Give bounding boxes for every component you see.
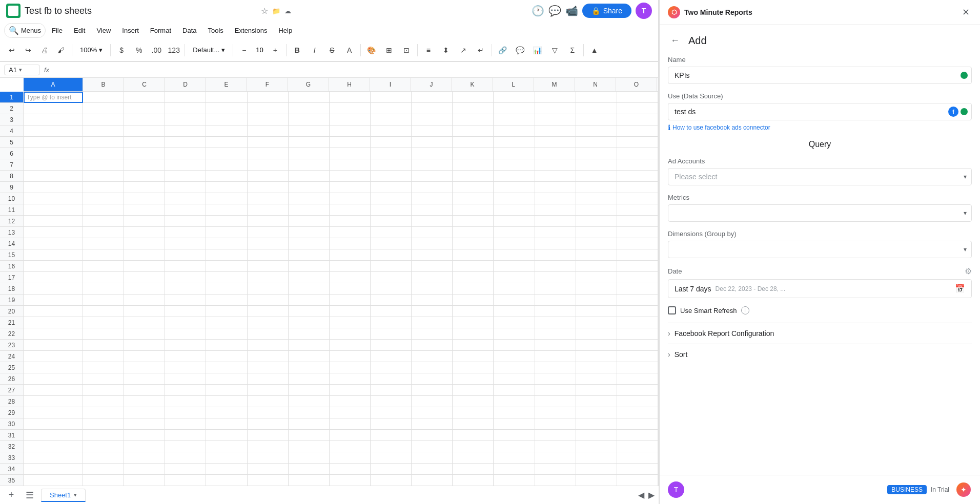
chart-button[interactable]: 📊 — [530, 43, 545, 58]
cell-B28[interactable] — [83, 396, 124, 407]
cell-J35[interactable] — [412, 475, 453, 486]
cell-H19[interactable] — [330, 295, 371, 306]
cell-O6[interactable] — [617, 148, 658, 159]
cell-N6[interactable] — [576, 148, 617, 159]
cell-J33[interactable] — [412, 452, 453, 464]
row-header-35[interactable]: 35 — [0, 475, 23, 486]
cell-L23[interactable] — [494, 340, 535, 351]
cell-H35[interactable] — [330, 475, 371, 486]
cell-C21[interactable] — [124, 317, 165, 328]
cell-D11[interactable] — [165, 204, 206, 216]
cell-E26[interactable] — [206, 373, 247, 385]
cell-L9[interactable] — [494, 182, 535, 193]
cell-L18[interactable] — [494, 283, 535, 295]
scroll-left-button[interactable]: ◀ — [638, 490, 644, 500]
cell-J15[interactable] — [412, 249, 453, 261]
cell-J12[interactable] — [412, 216, 453, 227]
cell-E28[interactable] — [206, 396, 247, 407]
cell-J21[interactable] — [412, 317, 453, 328]
cell-B8[interactable] — [83, 171, 124, 182]
cell-J13[interactable] — [412, 227, 453, 238]
cell-M9[interactable] — [535, 182, 576, 193]
cell-K23[interactable] — [453, 340, 494, 351]
cell-E30[interactable] — [206, 418, 247, 430]
cell-J17[interactable] — [412, 272, 453, 283]
cell-I18[interactable] — [371, 283, 412, 295]
cell-E2[interactable] — [206, 103, 247, 114]
cell-A3[interactable] — [24, 114, 83, 125]
cell-J27[interactable] — [412, 385, 453, 396]
cell-K22[interactable] — [453, 328, 494, 340]
cell-L33[interactable] — [494, 452, 535, 464]
menu-help[interactable]: Help — [273, 25, 297, 36]
zoom-dropdown[interactable]: 100% ▾ — [75, 45, 107, 55]
cell-E4[interactable] — [206, 125, 247, 137]
cell-A35[interactable] — [24, 475, 83, 486]
cell-I13[interactable] — [371, 227, 412, 238]
cell-L35[interactable] — [494, 475, 535, 486]
cell-D32[interactable] — [165, 441, 206, 452]
cell-D34[interactable] — [165, 464, 206, 475]
cell-O35[interactable] — [617, 475, 658, 486]
decimal-button[interactable]: .00 — [149, 43, 164, 58]
cell-K5[interactable] — [453, 137, 494, 148]
cell-D14[interactable] — [165, 238, 206, 249]
cell-N23[interactable] — [576, 340, 617, 351]
cell-I16[interactable] — [371, 261, 412, 272]
cell-F7[interactable] — [248, 159, 289, 171]
cell-H24[interactable] — [330, 351, 371, 362]
cell-N3[interactable] — [576, 114, 617, 125]
print-button[interactable]: 🖨 — [37, 43, 52, 58]
cell-E18[interactable] — [206, 283, 247, 295]
menu-edit[interactable]: Edit — [69, 25, 90, 36]
cell-G3[interactable] — [289, 114, 330, 125]
redo-button[interactable]: ↪ — [21, 43, 36, 58]
cell-I26[interactable] — [371, 373, 412, 385]
text-color-button[interactable]: A — [342, 43, 357, 58]
cell-K16[interactable] — [453, 261, 494, 272]
cell-O24[interactable] — [617, 351, 658, 362]
cell-O22[interactable] — [617, 328, 658, 340]
cell-B1[interactable] — [83, 92, 124, 103]
cell-C22[interactable] — [124, 328, 165, 340]
cell-E17[interactable] — [206, 272, 247, 283]
cell-N34[interactable] — [576, 464, 617, 475]
cell-F5[interactable] — [248, 137, 289, 148]
cell-G10[interactable] — [289, 193, 330, 204]
cell-K31[interactable] — [453, 430, 494, 441]
cell-J31[interactable] — [412, 430, 453, 441]
cell-O14[interactable] — [617, 238, 658, 249]
cell-C30[interactable] — [124, 418, 165, 430]
row-header-7[interactable]: 7 — [0, 159, 23, 171]
cell-L5[interactable] — [494, 137, 535, 148]
cell-E27[interactable] — [206, 385, 247, 396]
cell-N25[interactable] — [576, 362, 617, 373]
cell-L14[interactable] — [494, 238, 535, 249]
user-avatar[interactable]: T — [636, 3, 652, 19]
cell-J11[interactable] — [412, 204, 453, 216]
cell-G16[interactable] — [289, 261, 330, 272]
cell-B3[interactable] — [83, 114, 124, 125]
cell-A8[interactable] — [24, 171, 83, 182]
cell-C6[interactable] — [124, 148, 165, 159]
cell-K32[interactable] — [453, 441, 494, 452]
cell-J34[interactable] — [412, 464, 453, 475]
cell-K3[interactable] — [453, 114, 494, 125]
cell-K35[interactable] — [453, 475, 494, 486]
cell-B30[interactable] — [83, 418, 124, 430]
cell-H4[interactable] — [330, 125, 371, 137]
percent-button[interactable]: % — [131, 43, 147, 58]
panel-close-button[interactable]: ✕ — [959, 6, 972, 18]
cell-L15[interactable] — [494, 249, 535, 261]
cell-D35[interactable] — [165, 475, 206, 486]
cell-O21[interactable] — [617, 317, 658, 328]
cell-J28[interactable] — [412, 396, 453, 407]
align-v-button[interactable]: ⬍ — [438, 43, 454, 58]
cell-K10[interactable] — [453, 193, 494, 204]
scroll-right-button[interactable]: ▶ — [648, 490, 655, 500]
cell-M18[interactable] — [535, 283, 576, 295]
cell-B26[interactable] — [83, 373, 124, 385]
col-header-B[interactable]: B — [83, 78, 124, 91]
cell-J3[interactable] — [412, 114, 453, 125]
cell-F11[interactable] — [248, 204, 289, 216]
